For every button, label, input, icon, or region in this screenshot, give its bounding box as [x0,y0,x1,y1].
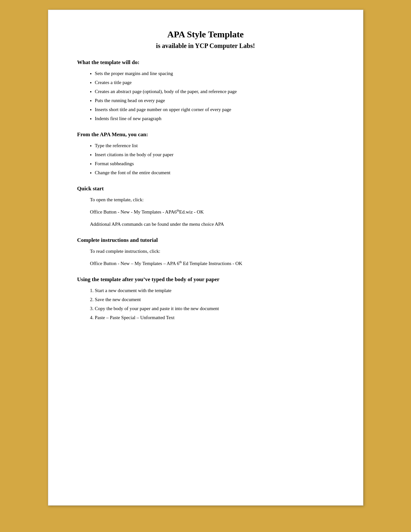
section3-sup: th [177,209,179,212]
section3-para2-prefix: Office Button - New - My Templates - APA… [90,209,177,214]
main-title: APA Style Template [77,29,334,40]
list-item: Format subheadings [95,160,334,167]
section3-para2-suffix: Ed.wiz - OK [179,209,204,214]
section3-para2: Office Button - New - My Templates - APA… [90,208,334,216]
list-item: Sets the proper margins and line spacing [95,70,334,77]
list-item: Creates an abstract page (optional), bod… [95,88,334,95]
section1-list: Sets the proper margins and line spacing… [77,70,334,122]
list-item: Start a new document with the template [95,287,334,294]
list-item: Save the new document [95,296,334,303]
section4-content: To read complete instructions, click: Of… [77,247,334,267]
section5-heading: Using the template after you’ve typed th… [77,276,334,283]
section4-para2-prefix: Office Button - New – My Templates – APA… [90,261,179,266]
section1-heading: What the template will do: [77,59,334,66]
list-item: Creates a title page [95,79,334,86]
list-item: Puts the running head on every page [95,97,334,104]
subtitle: is available in YCP Computer Labs! [77,42,334,50]
list-item: Indents first line of new paragraph [95,115,334,122]
section5-list: Start a new document with the template S… [77,287,334,321]
section4-para2-suffix: Ed Template Instructions - OK [182,261,242,266]
section4-sup: th [179,260,182,264]
section2-heading: From the APA Menu, you can: [77,131,334,138]
section4-para2: Office Button - New – My Templates – APA… [90,260,334,267]
section3-content: To open the template, click: Office Butt… [77,196,334,228]
list-item: Change the font of the entire document [95,169,334,176]
document-page: APA Style Template is available in YCP C… [48,10,363,506]
section3-para3: Additional APA commands can be found und… [90,220,334,228]
section2-list: Type the reference list Insert citations… [77,142,334,176]
list-item: Paste – Paste Special – Unformatted Text [95,314,334,321]
section4-heading: Complete instructions and tutorial [77,237,334,243]
list-item: Insert citations in the body of your pap… [95,151,334,158]
list-item: Copy the body of your paper and paste it… [95,305,334,312]
section4-para1: To read complete instructions, click: [90,247,334,255]
list-item: Inserts short title and page number on u… [95,106,334,113]
section3-heading: Quick start [77,185,334,192]
section3-para1: To open the template, click: [90,196,334,204]
list-item: Type the reference list [95,142,334,149]
